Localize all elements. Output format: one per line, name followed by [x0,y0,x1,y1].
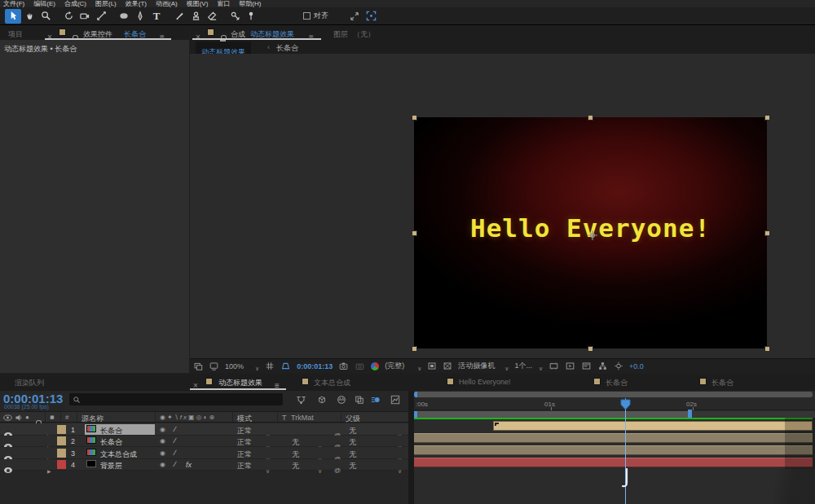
quality-best-icon[interactable]: ∕ [174,449,176,457]
hand-tool[interactable] [21,9,37,24]
zoom-tool[interactable] [37,9,54,24]
show-snapshot-icon[interactable] [355,362,365,370]
fx-switch-icon[interactable]: fx [186,461,192,469]
roto-brush-tool[interactable] [227,9,243,24]
time-ruler[interactable]: :00s 01s 02s [414,398,815,410]
navigator-start-handle[interactable] [414,392,417,397]
selection-handle[interactable] [412,230,417,236]
mirror-monitor-icon[interactable] [209,362,219,370]
search-input[interactable] [69,393,283,405]
mini-flowchart-icon[interactable] [295,395,307,405]
puppet-pin-tool[interactable] [243,9,259,24]
layer-label-color[interactable] [57,425,66,434]
composition-canvas[interactable]: Hello Everyone! [414,117,767,348]
quality-switch-icon[interactable]: ◉ [160,437,165,445]
tab-timeline-5[interactable]: 长条合 [711,378,734,388]
parent-pickwhip-icon[interactable] [334,461,341,476]
layer-row-3[interactable]: 3 文本总合成 ◉ ∕ 正常 无 无 [0,447,408,459]
pan-behind-tool[interactable] [93,9,109,24]
trkmat-column-header[interactable]: TrkMat [291,414,314,422]
magnification-dropdown[interactable]: 100% [225,359,259,374]
layer-row-2[interactable]: 2 长条合 ◉ ∕ 正常 无 无 [0,436,408,447]
chevron-down-icon[interactable] [398,462,402,476]
resolution-dropdown[interactable]: (完整) [385,359,421,374]
camera-view-dropdown[interactable]: 活动摄像机 [458,359,509,374]
tab-timeline-active[interactable]: 动态标题效果 [218,378,262,388]
always-preview-icon[interactable] [193,362,203,370]
viewer-timecode[interactable]: 0:00:01:13 [297,362,333,370]
work-area-start-handle[interactable] [414,411,417,418]
layer-row-1[interactable]: 1 长条合 ◉ ∕ 正常 无 [0,423,408,436]
layer-bar-1[interactable] [493,421,813,431]
rotate-tool[interactable] [60,9,77,24]
sync-settings-icon[interactable] [363,9,379,24]
shared-view-icon[interactable] [346,9,363,24]
quality-switch-icon[interactable]: ◉ [160,426,165,433]
layer-label-color[interactable] [57,460,66,469]
selection-handle[interactable] [764,230,770,236]
quality-best-icon[interactable]: ∕ [174,460,176,468]
selection-handle[interactable] [412,115,417,121]
tab-project[interactable]: 项目 [8,29,23,40]
chevron-down-icon[interactable] [318,462,322,476]
brush-tool[interactable] [171,9,187,24]
clone-stamp-tool[interactable] [187,9,204,24]
layer-name[interactable]: 背景层 [100,461,122,471]
quality-best-icon[interactable]: ∕ [174,425,176,433]
channel-color-icon[interactable] [371,362,379,370]
selection-handle[interactable] [764,115,770,121]
composition-viewport[interactable]: Hello Everyone! [190,54,815,358]
playhead-handle[interactable] [619,399,632,411]
selection-handle[interactable] [764,346,770,352]
frame-blend-icon[interactable] [354,395,365,405]
tab-timeline-4[interactable]: 长条合 [606,378,628,388]
layer-row-4[interactable]: 4 背景层 ◉ ∕ fx 正常 无 无 [0,459,408,471]
eye-toggle-icon[interactable] [4,467,12,473]
shy-layers-icon[interactable] [336,395,347,405]
tab-timeline-3[interactable]: Hello Everyone! [459,378,511,386]
transparency-grid-icon[interactable] [443,362,452,370]
tab-render-queue[interactable]: 渲染队列 [15,378,44,388]
timeline-button-icon[interactable] [581,362,592,370]
motion-blur-icon[interactable] [370,395,381,405]
snapshot-camera-icon[interactable] [338,362,349,370]
tab-layer[interactable]: 图层 [333,29,348,40]
anchor-point-icon[interactable] [587,230,598,241]
quality-switch-icon[interactable]: ◉ [160,449,165,457]
work-area-bar[interactable] [414,411,815,418]
snap-label[interactable]: 对齐 [314,11,328,21]
layer-label-color[interactable] [57,436,66,445]
fast-previews-icon[interactable] [565,362,575,370]
blend-mode-dropdown[interactable]: 正常 [237,461,252,471]
timeline-navigator[interactable] [414,392,813,397]
pixel-aspect-icon[interactable] [548,362,559,370]
text-tool[interactable]: T [148,9,165,24]
reset-exposure-icon[interactable] [614,362,623,370]
graph-editor-icon[interactable] [390,395,401,405]
mask-ellipse-tool[interactable] [116,9,132,24]
tab-timeline-2[interactable]: 文本总合成 [314,378,350,388]
quality-best-icon[interactable]: ∕ [174,436,176,445]
effect-controls-layer-header[interactable]: 动态标题效果 • 长条合 [4,44,77,55]
layer-bar-3[interactable] [414,445,813,455]
layer-bar-2[interactable] [414,433,813,443]
view-layout-dropdown[interactable]: 1个... [514,359,543,374]
region-of-interest-icon[interactable] [427,362,437,370]
eraser-tool[interactable] [204,9,220,24]
selection-handle[interactable] [412,346,417,352]
chevron-down-icon[interactable] [266,462,270,476]
layer-label-color[interactable] [57,449,66,458]
draft-3d-icon[interactable] [316,395,328,405]
grid-guides-icon[interactable] [265,362,275,370]
snap-checkbox[interactable] [302,9,311,24]
camera-tool[interactable] [77,9,93,24]
timeline-pane-divider[interactable] [408,391,414,504]
pen-tool[interactable] [132,9,148,24]
selection-handle[interactable] [588,346,593,352]
quality-switch-icon[interactable]: ◉ [160,461,165,468]
layer-bar-4[interactable] [414,458,813,467]
parent-dropdown[interactable]: 无 [349,461,356,471]
trkmat-dropdown[interactable]: 无 [292,461,299,471]
selection-tool[interactable] [5,9,21,24]
bar-in-handle[interactable] [495,423,499,426]
